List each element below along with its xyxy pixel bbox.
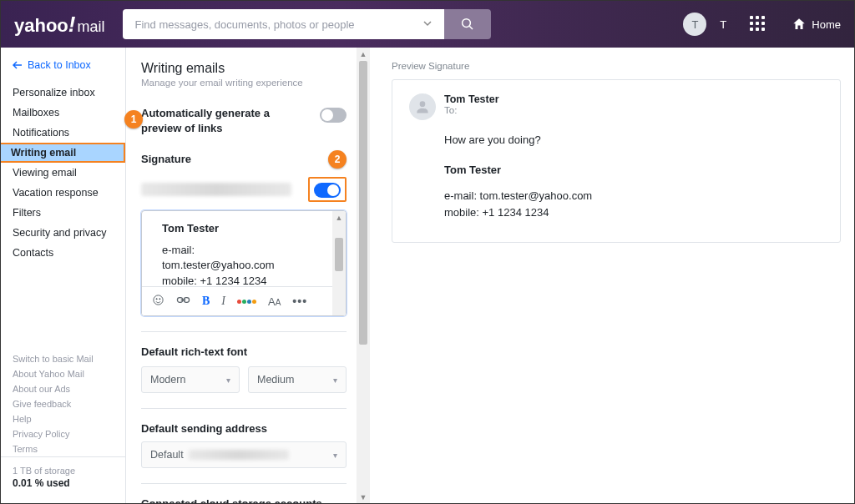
annotation-1: 1: [124, 110, 143, 129]
address-section-title: Default sending address: [141, 422, 347, 435]
setting-auto-preview: Automatically generate a preview of link…: [141, 106, 347, 135]
storage-meter: 1 TB of storage 0.01 % used: [1, 456, 125, 489]
italic-icon[interactable]: I: [221, 295, 225, 308]
link-help[interactable]: Help: [1, 411, 125, 426]
sig-editor-name: Tom Tester: [162, 221, 326, 236]
sig-editor-line1: e-mail:: [162, 243, 326, 258]
yahoo-mail-logo[interactable]: yahoo!mail: [14, 12, 104, 38]
sidebar-item-personalize[interactable]: Personalize inbox: [1, 83, 125, 103]
auto-preview-toggle[interactable]: [320, 108, 347, 123]
svg-point-0: [463, 19, 471, 28]
link-feedback[interactable]: Give feedback: [1, 396, 125, 411]
sidebar-item-contacts[interactable]: Contacts: [1, 243, 125, 263]
cloud-section-title: Connected cloud storage accounts: [141, 497, 347, 504]
font-dropdown-row: Modern▾ Medium▾: [141, 366, 347, 393]
secondary-nav: Switch to basic Mail About Yahoo Mail Ab…: [1, 351, 125, 496]
preview-body: How are you doing? Tom Tester e-mail: to…: [409, 132, 823, 220]
sidebar-item-filters[interactable]: Filters: [1, 203, 125, 223]
avatar-label: T: [720, 18, 726, 31]
signature-toggle[interactable]: [314, 183, 341, 198]
link-icon[interactable]: [176, 294, 190, 309]
font-family-dropdown[interactable]: Modern▾: [141, 366, 240, 393]
account-email-redacted: [141, 183, 291, 196]
preview-sig-name: Tom Tester: [444, 162, 823, 179]
sending-address-dropdown[interactable]: Default ▾: [141, 441, 347, 468]
logo-exclaim: !: [68, 12, 76, 38]
more-icon[interactable]: •••: [292, 295, 307, 308]
link-terms[interactable]: Terms: [1, 441, 125, 456]
sidebar-item-writing-email[interactable]: Writing email: [1, 143, 125, 163]
emoji-icon[interactable]: [152, 294, 164, 309]
back-to-inbox-link[interactable]: Back to Inbox: [1, 59, 125, 83]
font-section-title: Default rich-text font: [141, 345, 347, 358]
home-link[interactable]: Home: [792, 17, 841, 32]
chevron-down-icon: ▾: [226, 375, 230, 385]
preview-panel: Preview Signature Tom Tester To: How are…: [370, 48, 854, 504]
link-basic-mail[interactable]: Switch to basic Mail: [1, 351, 125, 366]
bold-icon[interactable]: B: [202, 295, 210, 308]
sidebar-item-notifications[interactable]: Notifications: [1, 123, 125, 143]
signature-editor-content[interactable]: Tom Tester e-mail: tom.tester@yahoo.com …: [142, 211, 346, 286]
svg-point-3: [156, 299, 157, 300]
preview-from: Tom Tester: [444, 93, 499, 105]
settings-panel: Writing emails Manage your email writing…: [126, 48, 357, 504]
home-label: Home: [812, 18, 841, 31]
font-size-icon[interactable]: AA: [268, 295, 281, 308]
search-icon: [460, 17, 475, 32]
svg-point-8: [420, 101, 426, 107]
sig-editor-line2: tom.tester@yahoo.com: [162, 258, 326, 273]
back-label: Back to Inbox: [28, 59, 91, 71]
sig-editor-line3: mobile: +1 1234 1234: [162, 274, 326, 286]
storage-total: 1 TB of storage: [13, 466, 114, 476]
logo-brand: yahoo: [14, 15, 68, 37]
font-family-value: Modern: [150, 374, 185, 386]
preview-greeting: How are you doing?: [444, 132, 823, 149]
sidebar-item-vacation[interactable]: Vacation response: [1, 183, 125, 203]
arrow-left-icon: [13, 61, 23, 69]
annotation-2: 2: [328, 150, 347, 169]
preview-sig-mobile: mobile: +1 1234 1234: [444, 204, 823, 221]
settings-sidebar: Back to Inbox Personalize inbox Mailboxe…: [1, 48, 126, 504]
app-header: yahoo!mail T T Home: [1, 1, 854, 48]
address-value: Default: [150, 449, 184, 461]
font-size-value: Medium: [257, 374, 294, 386]
storage-used: 0.01 % used: [13, 477, 114, 489]
search-button[interactable]: [444, 9, 491, 39]
signature-label: Signature: [141, 152, 191, 167]
setting-signature-header: Signature 2: [141, 150, 347, 169]
home-icon: [792, 17, 807, 32]
preview-to-label: To:: [444, 105, 499, 115]
svg-point-4: [159, 299, 160, 300]
page-subtitle: Manage your email writing experience: [141, 78, 347, 88]
preview-sig-email: e-mail: tom.tester@yahoo.com: [444, 188, 823, 204]
font-size-dropdown[interactable]: Medium▾: [248, 366, 347, 393]
signature-account-row: [141, 177, 347, 202]
editor-toolbar: B I AA •••: [142, 286, 346, 315]
preview-card: Tom Tester To: How are you doing? Tom Te…: [392, 79, 841, 243]
avatar-initial: T: [691, 18, 698, 31]
preview-avatar-icon: [409, 93, 436, 120]
search-input[interactable]: [123, 9, 444, 39]
sidebar-item-security[interactable]: Security and privacy: [1, 223, 125, 243]
color-icon[interactable]: [237, 300, 256, 304]
search-bar: [123, 9, 491, 39]
sidebar-item-mailboxes[interactable]: Mailboxes: [1, 103, 125, 123]
signature-editor[interactable]: Tom Tester e-mail: tom.tester@yahoo.com …: [141, 210, 347, 316]
link-about-ads[interactable]: About our Ads: [1, 381, 125, 396]
chevron-down-icon: ▾: [333, 375, 337, 385]
link-privacy[interactable]: Privacy Policy: [1, 426, 125, 441]
signature-toggle-highlight: [308, 177, 347, 202]
logo-product: mail: [77, 18, 104, 36]
page-title: Writing emails: [141, 61, 347, 76]
content-area: Writing emails Manage your email writing…: [126, 48, 854, 504]
preview-label: Preview Signature: [392, 61, 841, 71]
auto-preview-label: Automatically generate a preview of link…: [141, 106, 308, 135]
preview-header: Tom Tester To:: [409, 93, 823, 120]
settings-scrollbar[interactable]: ▲ ▼: [357, 48, 370, 504]
link-about-yahoo-mail[interactable]: About Yahoo Mail: [1, 366, 125, 381]
sidebar-item-viewing-email[interactable]: Viewing email: [1, 163, 125, 183]
apps-grid-icon[interactable]: [750, 16, 766, 33]
avatar[interactable]: T: [683, 13, 706, 36]
editor-scrollbar[interactable]: ▲: [332, 211, 346, 315]
svg-line-1: [470, 26, 473, 29]
